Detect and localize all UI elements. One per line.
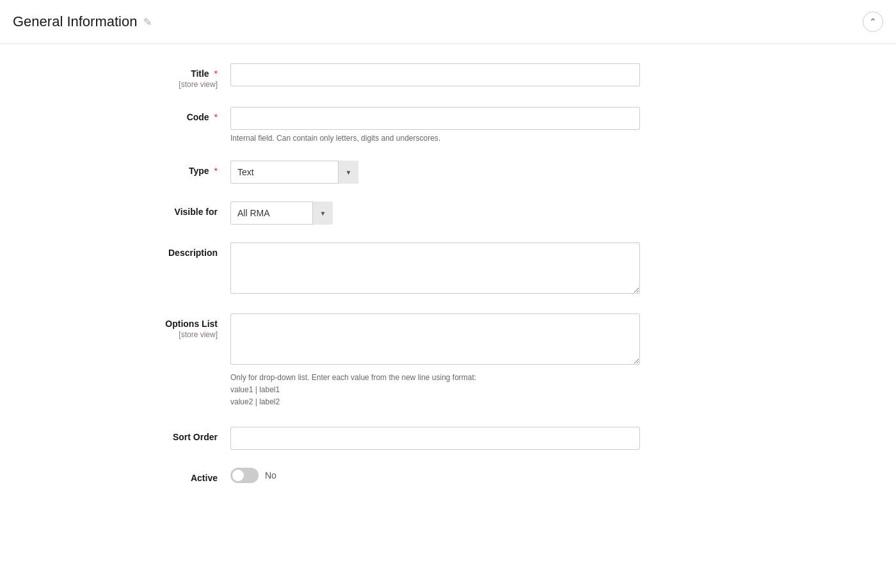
description-row: Description [0, 242, 896, 296]
options-list-field-col: Only for drop-down list. Enter each valu… [230, 314, 640, 409]
options-list-hint-line2: value1 | label1 [230, 384, 640, 396]
description-label: Description [168, 248, 218, 258]
visible-for-label-col: Visible for [13, 202, 230, 217]
sort-order-label: Sort Order [173, 432, 218, 442]
active-label: Active [191, 473, 218, 483]
active-off-label: No [265, 470, 276, 481]
sort-order-field-col [230, 427, 640, 450]
active-label-col: Active [13, 468, 230, 483]
toggle-slider [230, 468, 259, 483]
visible-for-label: Visible for [175, 207, 218, 217]
type-row: Type * Text Text Area Drop-down Date Boo… [0, 161, 896, 184]
edit-icon[interactable]: ✎ [143, 16, 152, 28]
options-list-hint-line3: value2 | label2 [230, 396, 640, 408]
code-input[interactable] [230, 107, 640, 130]
title-required-star: * [214, 68, 218, 79]
visible-for-select[interactable]: All RMA Guests Only Logged In Only [230, 202, 333, 225]
options-list-row: Options List [store view] Only for drop-… [0, 314, 896, 409]
options-list-hint: Only for drop-down list. Enter each valu… [230, 372, 640, 409]
title-label: Title [191, 68, 209, 79]
code-label-col: Code * [13, 107, 230, 122]
section-title-group: General Information ✎ [13, 13, 152, 30]
section-title: General Information [13, 13, 137, 30]
type-label-col: Type * [13, 161, 230, 176]
chevron-up-icon: ⌃ [869, 17, 877, 27]
options-list-label-col: Options List [store view] [13, 314, 230, 339]
options-list-textarea[interactable] [230, 314, 640, 365]
type-select-wrapper: Text Text Area Drop-down Date Boolean ▼ [230, 161, 358, 184]
active-toggle-row: No [230, 468, 640, 483]
options-list-hint-line1: Only for drop-down list. Enter each valu… [230, 372, 640, 384]
title-label-col: Title * [store view] [13, 63, 230, 89]
visible-for-field-col: All RMA Guests Only Logged In Only ▼ [230, 202, 640, 225]
form-body: Title * [store view] Code * Internal fie… [0, 44, 896, 520]
title-sublabel: [store view] [13, 80, 218, 89]
options-list-label: Options List [165, 319, 218, 329]
code-hint: Internal field. Can contain only letters… [230, 134, 640, 143]
options-list-sublabel: [store view] [13, 330, 218, 339]
visible-for-row: Visible for All RMA Guests Only Logged I… [0, 202, 896, 225]
title-input[interactable] [230, 63, 640, 86]
code-field-col: Internal field. Can contain only letters… [230, 107, 640, 143]
code-required-star: * [214, 112, 218, 122]
description-label-col: Description [13, 242, 230, 258]
collapse-button[interactable]: ⌃ [863, 12, 883, 32]
active-toggle[interactable] [230, 468, 259, 483]
visible-for-select-wrapper: All RMA Guests Only Logged In Only ▼ [230, 202, 333, 225]
description-field-col [230, 242, 640, 296]
sort-order-row: Sort Order [0, 427, 896, 450]
type-required-star: * [214, 166, 218, 176]
code-row: Code * Internal field. Can contain only … [0, 107, 896, 143]
type-select[interactable]: Text Text Area Drop-down Date Boolean [230, 161, 358, 184]
title-row: Title * [store view] [0, 63, 896, 89]
title-field-col [230, 63, 640, 86]
description-textarea[interactable] [230, 242, 640, 294]
code-label: Code [187, 112, 209, 122]
sort-order-label-col: Sort Order [13, 427, 230, 442]
sort-order-input[interactable] [230, 427, 640, 450]
section-header: General Information ✎ ⌃ [0, 0, 896, 44]
type-field-col: Text Text Area Drop-down Date Boolean ▼ [230, 161, 640, 184]
type-label: Type [189, 166, 209, 176]
active-field-col: No [230, 468, 640, 483]
page-container: General Information ✎ ⌃ Title * [store v… [0, 0, 896, 588]
active-row: Active No [0, 468, 896, 483]
